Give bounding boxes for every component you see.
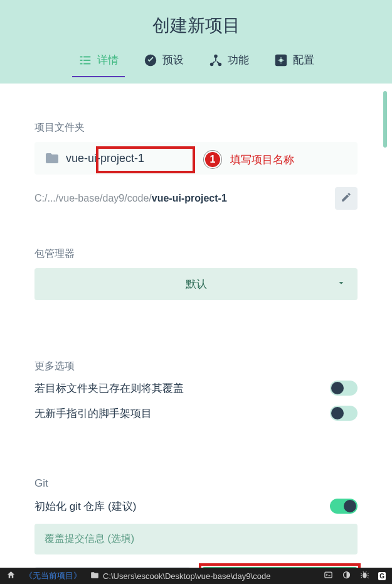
package-manager-select[interactable]: 默认 [34, 268, 358, 300]
no-project-label[interactable]: 《无当前项目》 [24, 570, 82, 581]
git-label: Git [34, 477, 358, 490]
folder-icon [90, 571, 99, 581]
home-icon[interactable] [6, 570, 16, 581]
folder-name: vue-ui-project-1 [66, 152, 144, 165]
path-row: C:/.../vue-base/day9/code/vue-ui-project… [34, 187, 358, 210]
page-title: 创建新项目 [152, 14, 240, 38]
chevron-down-icon [336, 278, 346, 291]
annotation-badge-1: 1 [204, 151, 221, 168]
tab-features[interactable]: 功能 [209, 53, 249, 77]
footer-path-text: C:\Users\escook\Desktop\vue-base\day9\co… [103, 571, 270, 581]
svg-point-11 [279, 58, 283, 62]
input-placeholder: 覆盖提交信息 (选填) [45, 533, 134, 544]
toggle-overwrite[interactable] [330, 381, 358, 396]
tab-details[interactable]: 详情 [78, 53, 119, 77]
project-folder-input[interactable]: vue-ui-project-1 1 填写项目名称 [34, 142, 358, 175]
tab-presets[interactable]: 预设 [144, 53, 184, 77]
pencil-icon [341, 192, 352, 205]
option-git-init: 初始化 git 仓库 (建议) [34, 499, 358, 514]
log-icon[interactable] [324, 570, 333, 581]
tab-label: 详情 [97, 53, 119, 67]
tab-label: 预设 [162, 53, 184, 67]
package-manager-label: 包管理器 [34, 247, 358, 261]
commit-message-input[interactable]: 覆盖提交信息 (选填) [34, 524, 358, 554]
select-value: 默认 [186, 278, 207, 290]
footer-path[interactable]: C:\Users\escook\Desktop\vue-base\day9\co… [90, 571, 270, 581]
option-label: 初始化 git 仓库 (建议) [34, 499, 136, 514]
settings-app-icon [274, 53, 288, 67]
svg-rect-5 [83, 63, 90, 64]
graph-icon [209, 53, 223, 67]
theme-icon[interactable] [342, 570, 351, 581]
svg-rect-3 [83, 56, 90, 57]
footer: 《无当前项目》 C:\Users\escook\Desktop\vue-base… [0, 568, 392, 584]
tab-label: 功能 [228, 53, 249, 67]
option-label: 无新手指引的脚手架项目 [34, 406, 152, 421]
tab-config[interactable]: 配置 [274, 53, 314, 77]
svg-rect-2 [80, 63, 82, 64]
content: 项目文件夹 vue-ui-project-1 1 填写项目名称 C:/.../v… [0, 84, 392, 568]
check-circle-icon [144, 53, 157, 67]
svg-point-14 [363, 573, 367, 578]
toggle-git-init[interactable] [330, 499, 358, 514]
more-options-label: 更多选项 [34, 360, 358, 373]
project-folder-label: 项目文件夹 [34, 121, 358, 134]
annotation-1: 1 填写项目名称 [204, 151, 294, 168]
tabs: 详情 预设 功能 配置 [78, 53, 314, 77]
tab-label: 配置 [293, 53, 314, 67]
svg-rect-1 [80, 60, 82, 61]
option-bare: 无新手指引的脚手架项目 [34, 406, 358, 421]
option-overwrite: 若目标文件夹已存在则将其覆盖 [34, 381, 358, 396]
folder-icon [45, 151, 60, 166]
option-label: 若目标文件夹已存在则将其覆盖 [34, 381, 184, 396]
annotation-text-1: 填写项目名称 [230, 153, 294, 167]
svg-rect-0 [80, 56, 82, 57]
edit-path-button[interactable] [335, 187, 358, 210]
bug-icon[interactable] [360, 570, 369, 581]
project-path: C:/.../vue-base/day9/code/vue-ui-project… [34, 193, 227, 204]
svg-point-7 [214, 54, 218, 58]
list-icon [78, 53, 92, 67]
header: 创建新项目 详情 预设 功能 配置 [0, 0, 392, 84]
git-section: Git 初始化 git 仓库 (建议) 覆盖提交信息 (选填) [34, 477, 358, 554]
svg-rect-12 [325, 572, 332, 578]
translate-icon[interactable]: G [378, 572, 386, 580]
toggle-bare[interactable] [330, 406, 358, 421]
svg-rect-4 [83, 60, 90, 61]
